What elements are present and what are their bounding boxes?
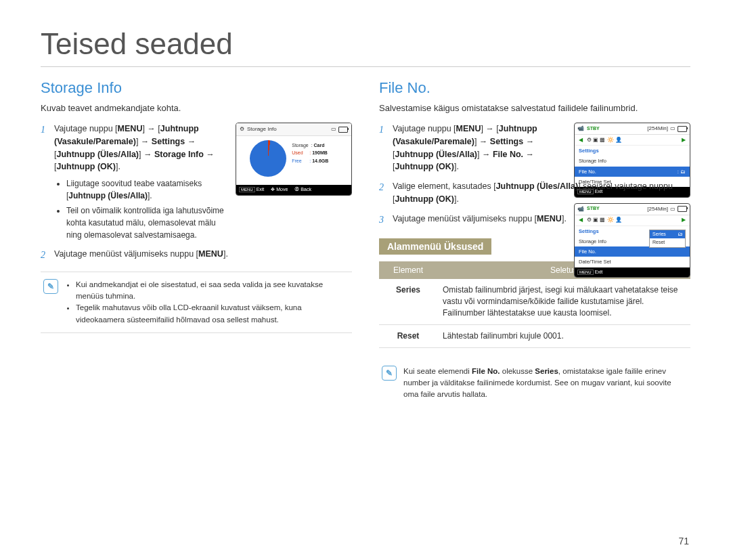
fileno-step-1: Vajutage nuppu [MENU] → [Juhtnupp (Vasak… [379,123,690,173]
fileno-note: ✎ Kui seate elemendi File No. olekusse S… [379,359,690,408]
gear-icon: ⚙ [240,125,244,133]
storage-info-section: Storage Info Kuvab teavet andmekandjate … [41,79,352,418]
submenu-heading: Alammenüü Üksused [379,238,491,255]
table-row: Reset Lähtestab failinumbri kujule 0001. [379,324,690,347]
page-number: 71 [678,536,689,546]
table-row: Series Omistab failinumbrid järjest, ise… [379,279,690,324]
note-icon: ✎ [43,279,58,294]
fileno-popup: Series🗂 Reset [649,230,686,248]
storage-step-2: Vajutage menüüst väljumiseks nuppu [MENU… [41,248,352,261]
file-no-desc: Salvestamise käigus omistatakse salvesta… [379,102,690,114]
camcorder-icon: 📹 [577,125,584,133]
fileno-step-2: Valige element, kasutades [Juhtnupp (Üle… [379,180,690,206]
file-no-section: File No. Salvestamise käigus omistatakse… [379,79,690,418]
fileno-step-3: Vajutage menüüst väljumiseks nuppu [MENU… [379,213,690,225]
file-no-heading: File No. [379,79,690,97]
storage-bullet-move: Liigutage soovitud teabe vaatamiseks [Ju… [66,177,230,202]
storage-note: ✎ Kui andmekandjat ei ole sisestatud, ei… [41,272,352,333]
storage-bullet-info: Teil on võimalik kontrollida iga lahutus… [66,204,230,241]
storage-pie-icon [250,140,286,177]
storage-step-1: Vajutage nuppu [MENU] → [Juhtnupp (Vasak… [41,123,352,241]
page-title: Teised seaded [41,27,690,67]
storage-info-lcd: ⚙ Storage Info ▭ Storage : Card Used : 1… [236,123,352,196]
note-icon: ✎ [382,366,397,381]
storage-info-heading: Storage Info [41,79,352,97]
storage-info-desc: Kuvab teavet andmekandjate kohta. [41,102,352,114]
table-header-element: Element [379,261,437,279]
